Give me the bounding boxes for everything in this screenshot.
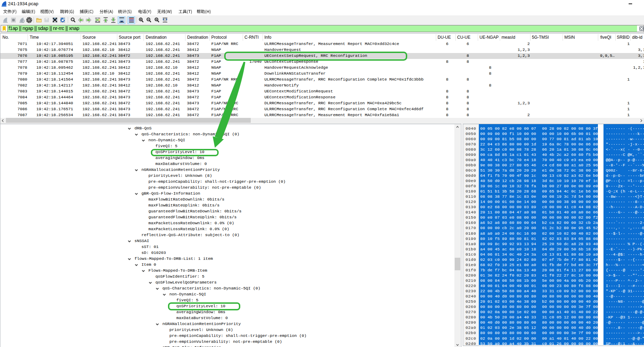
svg-text:010: 010 <box>45 21 48 22</box>
